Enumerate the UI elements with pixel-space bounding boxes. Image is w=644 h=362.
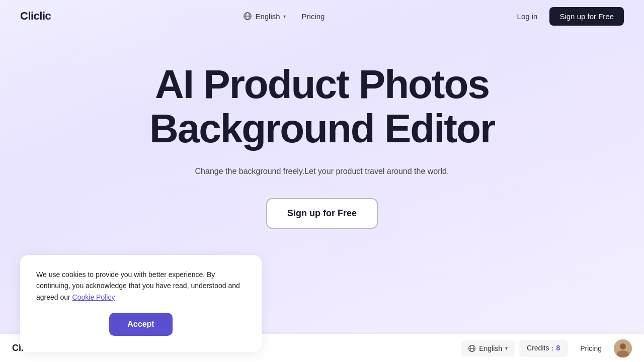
bottom-lang-selector[interactable]: English ▾ bbox=[461, 340, 515, 356]
hero-subtitle: Change the background freely.Let your pr… bbox=[195, 165, 449, 178]
cookie-text: We use cookies to provide you with bette… bbox=[36, 269, 246, 303]
hero-cta-button[interactable]: Sign up for Free bbox=[266, 198, 378, 229]
bottom-lang-label: English bbox=[479, 344, 502, 352]
nav-right: Log in Sign up for Free bbox=[517, 7, 624, 26]
credits-label: Credits： bbox=[527, 344, 556, 352]
lang-selector[interactable]: English ▾ bbox=[243, 12, 285, 21]
login-button[interactable]: Log in bbox=[517, 12, 538, 21]
cookie-message: We use cookies to provide you with bette… bbox=[36, 270, 240, 301]
bottom-pricing-link[interactable]: Pricing bbox=[572, 340, 610, 356]
nav-center: English ▾ Pricing bbox=[243, 12, 325, 21]
globe-icon bbox=[243, 12, 252, 21]
svg-point-7 bbox=[620, 343, 626, 349]
logo[interactable]: Cliclic bbox=[20, 10, 51, 23]
hero-title: AI Product Photos Background Editor bbox=[149, 62, 495, 151]
bottom-chevron-icon: ▾ bbox=[505, 345, 508, 351]
hero-section: AI Product Photos Background Editor Chan… bbox=[0, 32, 644, 249]
avatar-icon bbox=[614, 339, 632, 357]
chevron-down-icon: ▾ bbox=[283, 14, 286, 19]
pricing-nav-link[interactable]: Pricing bbox=[302, 12, 325, 21]
credits-count: 8 bbox=[556, 344, 560, 352]
bottom-right: English ▾ Credits：8 Pricing bbox=[461, 339, 632, 357]
cookie-banner: We use cookies to provide you with bette… bbox=[20, 255, 262, 352]
cookie-policy-link[interactable]: Cookie Policy bbox=[72, 293, 115, 301]
lang-label: English bbox=[255, 12, 280, 21]
signup-button[interactable]: Sign up for Free bbox=[549, 7, 624, 26]
bottom-globe-icon bbox=[468, 344, 476, 352]
hero-title-line1: AI Product Photos bbox=[155, 62, 489, 107]
navbar: Cliclic English ▾ Pricing Log in Sign up… bbox=[0, 0, 644, 32]
bottom-credits[interactable]: Credits：8 bbox=[519, 340, 568, 357]
avatar[interactable] bbox=[614, 339, 632, 357]
hero-title-line2: Background Editor bbox=[149, 106, 495, 151]
accept-button[interactable]: Accept bbox=[109, 313, 172, 336]
